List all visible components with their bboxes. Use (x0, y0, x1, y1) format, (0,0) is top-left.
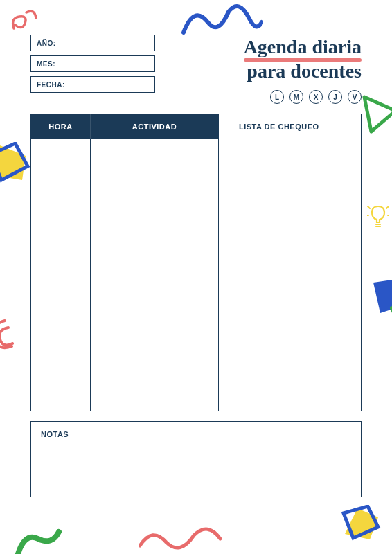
main-grid: HORA ACTIVIDAD LISTA DE CHEQUEO (30, 114, 362, 411)
date-label: FECHA: (37, 81, 65, 89)
checklist-box[interactable]: LISTA DE CHEQUEO (229, 114, 362, 411)
actividad-column-body[interactable] (91, 139, 218, 411)
hora-column-header: HORA (31, 114, 91, 139)
schedule-box: HORA ACTIVIDAD (30, 114, 219, 411)
weekday-x[interactable]: X (309, 90, 323, 104)
title-line-1: Agenda diaria (169, 35, 362, 59)
date-fields: AÑO: MES: FECHA: (30, 35, 155, 93)
weekday-l[interactable]: L (270, 90, 284, 104)
hora-column-body[interactable] (31, 139, 91, 411)
header-row: AÑO: MES: FECHA: Agenda diaria para doce… (30, 35, 362, 104)
weekday-m[interactable]: M (289, 90, 303, 104)
weekday-selector: L M X J V (169, 90, 362, 104)
schedule-body[interactable] (31, 139, 218, 411)
checklist-title: LISTA DE CHEQUEO (239, 123, 351, 131)
schedule-header: HORA ACTIVIDAD (31, 114, 218, 139)
notes-box[interactable]: NOTAS (30, 421, 362, 497)
title-line-2: para docentes (169, 59, 362, 83)
notes-title: NOTAS (41, 430, 351, 438)
year-label: AÑO: (37, 39, 56, 47)
year-field[interactable]: AÑO: (30, 35, 155, 51)
month-label: MES: (37, 60, 55, 68)
title-block: Agenda diaria para docentes L M X J V (169, 35, 362, 104)
date-field[interactable]: FECHA: (30, 76, 155, 93)
weekday-j[interactable]: J (328, 90, 342, 104)
weekday-v[interactable]: V (348, 90, 362, 104)
month-field[interactable]: MES: (30, 55, 155, 72)
actividad-column-header: ACTIVIDAD (91, 114, 218, 139)
